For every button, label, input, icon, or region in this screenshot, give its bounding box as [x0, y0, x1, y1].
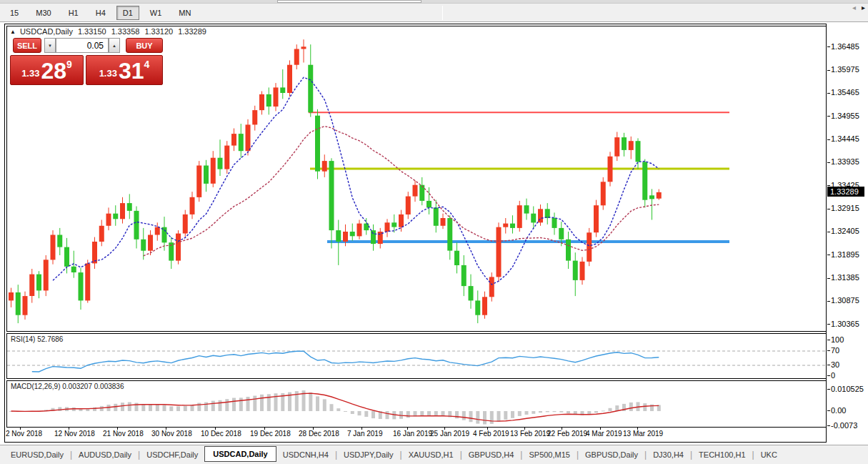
price-axis-tick — [827, 139, 830, 140]
price-axis-tick — [827, 70, 830, 71]
macd-axis-label: 0.00 — [831, 406, 846, 415]
volume-decrease-button[interactable]: ▼ — [44, 38, 56, 53]
price-axis-tick — [827, 324, 830, 325]
price-axis-label: 1.32405 — [831, 227, 859, 235]
tab-scroll-right-icon[interactable]: ▸ — [862, 4, 865, 11]
chart-tabs-bar: EURUSD,Daily|AUDUSD,Daily|USDCHF,DailyUS… — [0, 445, 868, 464]
symbol-period-label: USDCAD,Daily — [20, 27, 73, 36]
rsi-pane[interactable]: RSI(14) 52.7686 — [6, 333, 827, 379]
chart-tab-usdjpy[interactable]: USDJPY,Daily — [337, 448, 400, 462]
buy-price-big: 31 — [119, 59, 144, 82]
chart-tab-xauusd[interactable]: XAUUSD,H1 — [402, 448, 460, 462]
date-axis-label: 13 Mar 2019 — [623, 430, 663, 438]
low-value: 1.33120 — [144, 27, 173, 36]
chevron-down-icon: ▼ — [48, 44, 52, 48]
price-axis-label: 1.34955 — [831, 112, 859, 120]
timeframe-button-15[interactable]: 15 — [4, 6, 25, 20]
chart-tab-sp500[interactable]: SP500,M15 — [522, 448, 576, 462]
rsi-axis-tick — [827, 340, 830, 340]
price-axis-label: 1.33935 — [831, 157, 859, 166]
tab-scroll-left-icon[interactable]: ◂ — [852, 4, 856, 11]
terminal-window: 15M30H1H4D1W1MN RSI(14) 52.7686 MACD(12,… — [0, 0, 868, 464]
close-value: 1.33289 — [178, 27, 206, 36]
macd-canvas[interactable] — [7, 381, 826, 427]
date-axis-label: 7 Jan 2019 — [347, 430, 383, 438]
price-axis-tick — [827, 185, 830, 186]
chart-tab-audusd[interactable]: AUDUSD,Daily — [72, 448, 138, 462]
chart-ohlc-header: ▲ USDCAD,Daily 1.33150 1.33358 1.33120 1… — [10, 27, 211, 36]
open-value: 1.33150 — [78, 27, 106, 36]
price-axis-tick — [827, 278, 830, 279]
chart-tab-usdcnh[interactable]: USDCNH,H4 — [276, 448, 335, 462]
price-axis-tick — [827, 93, 830, 94]
buy-button[interactable]: BUY — [126, 38, 163, 53]
date-axis-label: 16 Jan 2019 — [393, 430, 432, 438]
timeframe-button-mn[interactable]: MN — [172, 6, 197, 20]
date-axis-label: 28 Dec 2018 — [299, 430, 339, 438]
buy-price-box[interactable]: 1.33 31 4 — [86, 55, 163, 85]
price-axis-label: 1.31895 — [831, 250, 859, 259]
chart-tab-eurusd[interactable]: EURUSD,Daily — [4, 448, 70, 462]
volume-increase-button[interactable]: ▲ — [109, 38, 120, 53]
price-axis-tick — [827, 46, 830, 47]
price-axis-label: 1.32915 — [831, 204, 859, 212]
chart-tab-dj30[interactable]: DJ30,H4 — [647, 448, 690, 462]
chart-tab-usdcad[interactable]: USDCAD,Daily — [204, 446, 276, 462]
collapse-panel-icon[interactable]: ▲ — [10, 29, 16, 35]
macd-pane[interactable]: MACD(12,26,9) 0.003207 0.003836 — [6, 380, 827, 428]
timeframe-button-h1[interactable]: H1 — [62, 6, 85, 20]
price-axis-tick — [827, 116, 830, 117]
timeframe-button-d1[interactable]: D1 — [116, 6, 139, 20]
rsi-axis-tick — [827, 350, 830, 351]
buy-price-prefix: 1.33 — [99, 68, 117, 79]
date-axis-label: 4 Feb 2019 — [473, 430, 509, 438]
rsi-axis-label: 100 — [831, 335, 844, 344]
tab-scroll-arrows: ◂ ▸ — [852, 4, 865, 11]
date-axis-label: 25 Jan 2019 — [430, 430, 469, 438]
price-axis-label: 1.34445 — [831, 134, 859, 143]
sell-price-prefix: 1.33 — [21, 68, 39, 79]
price-axis-tick — [827, 301, 830, 302]
rsi-canvas[interactable] — [7, 334, 826, 378]
chart-tab-usdchf[interactable]: USDCHF,Daily — [140, 448, 204, 462]
timeframe-button-m30[interactable]: M30 — [29, 6, 57, 20]
date-axis-label: 19 Dec 2018 — [250, 430, 291, 438]
macd-label: MACD(12,26,9) 0.003207 0.003836 — [11, 382, 124, 390]
timeframe-button-w1[interactable]: W1 — [144, 6, 169, 20]
price-axis-label: 1.35975 — [831, 65, 859, 74]
date-axis-label: 12 Nov 2018 — [54, 430, 95, 438]
date-axis-label: 30 Nov 2018 — [151, 430, 192, 438]
rsi-axis-label: 70 — [831, 346, 839, 355]
rsi-axis-tick — [827, 375, 830, 376]
date-axis-label: 21 Nov 2018 — [103, 430, 144, 438]
price-axis-label: 1.35465 — [831, 88, 859, 97]
buy-price-pip: 4 — [144, 59, 150, 70]
chart-tab-gbpusd[interactable]: GBPUSD,H4 — [462, 448, 521, 462]
high-value: 1.33358 — [111, 27, 140, 36]
macd-axis-tick — [827, 389, 830, 390]
chart-tab-tech100[interactable]: TECH100,H1 — [692, 448, 752, 462]
timeframe-toolbar: 15M30H1H4D1W1MN — [0, 4, 868, 22]
date-axis-label: 22 Feb 2019 — [547, 430, 587, 438]
sell-price-box[interactable]: 1.33 28 9 — [10, 55, 84, 85]
volume-input[interactable] — [56, 38, 109, 53]
macd-axis-tick — [827, 410, 830, 411]
rsi-axis-label: 0 — [831, 371, 835, 380]
chart-tab-ukc[interactable]: UKC — [754, 448, 784, 462]
timeframe-button-h4[interactable]: H4 — [89, 6, 112, 20]
sell-price-pip: 9 — [66, 59, 72, 70]
sell-button[interactable]: SELL — [13, 38, 41, 53]
date-axis-label: 4 Mar 2019 — [586, 430, 622, 438]
price-axis-tick — [827, 209, 830, 209]
current-price-tag: 1.33289 — [827, 187, 864, 197]
price-axis-label: 1.30875 — [831, 296, 859, 305]
rsi-label: RSI(14) 52.7686 — [11, 335, 63, 343]
price-axis-label: 1.31385 — [831, 273, 859, 282]
rsi-axis-label: 30 — [831, 360, 839, 369]
chart-tab-gbpusd[interactable]: GBPUSD,Daily — [579, 448, 644, 462]
price-axis-label: 1.36485 — [831, 42, 859, 51]
macd-axis-label: -0.0073 — [831, 421, 857, 430]
price-axis-tick — [827, 232, 830, 232]
chevron-up-icon: ▲ — [112, 44, 116, 48]
macd-axis-label: 0.010525 — [831, 385, 864, 393]
